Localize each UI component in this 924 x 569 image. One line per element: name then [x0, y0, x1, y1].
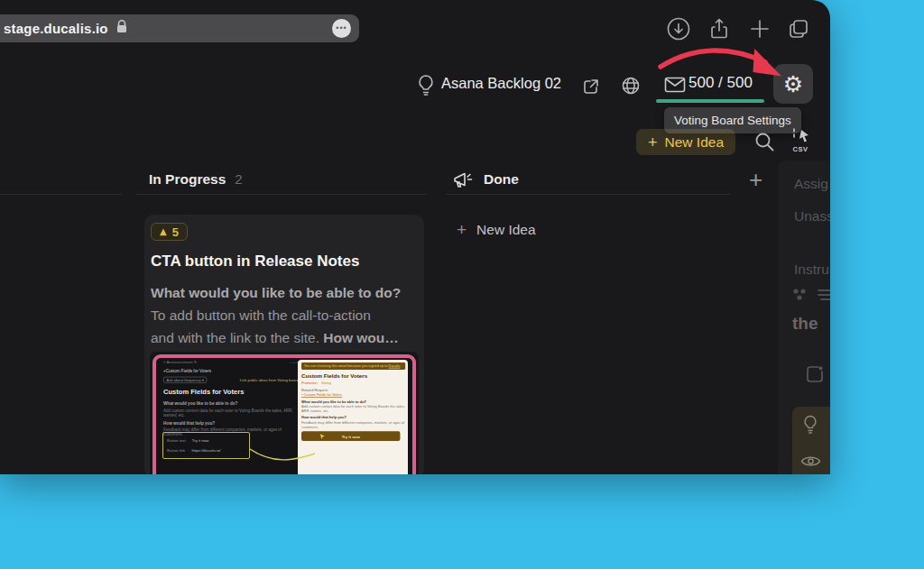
tooltip-label: Voting Board Settings	[674, 114, 791, 127]
card-body-line1: To add button with the call-to-action	[151, 304, 420, 326]
lightbulb-tool-icon[interactable]	[802, 415, 818, 439]
side-label-assignee: Assig	[794, 176, 828, 192]
vote-count: 5	[172, 226, 179, 238]
search-button[interactable]	[754, 132, 775, 156]
lock-icon	[116, 20, 127, 37]
csv-export-icon	[790, 127, 811, 143]
export-csv-button[interactable]: CSV	[787, 127, 814, 153]
upvote-triangle-icon: ▲	[160, 227, 167, 236]
add-column-button[interactable]: +	[749, 166, 762, 194]
in-progress-count: 2	[235, 171, 242, 187]
detail-side-panel: Assig Unass Instru the	[778, 161, 830, 474]
side-label-the: the	[792, 314, 818, 334]
card-question: What would you like to be able to do?	[151, 281, 420, 304]
in-progress-label: In Progress	[149, 171, 226, 187]
votes-progress-bar	[656, 99, 764, 103]
external-link-icon	[582, 78, 600, 96]
column-header-in-progress[interactable]: In Progress2	[149, 171, 243, 188]
screenshot-pink-frame: ≡ Announcement ↻ – □ × +Custom Fields fo…	[152, 354, 416, 474]
plus-icon: +	[648, 134, 658, 151]
filter-lines-icon	[818, 288, 830, 305]
globe-icon	[621, 76, 641, 96]
more-dots-icon: •••	[336, 24, 346, 32]
connector-line	[156, 358, 416, 474]
open-external-button[interactable]	[582, 78, 600, 99]
page-title: Asana Backlog 02	[441, 75, 561, 92]
language-button[interactable]	[621, 76, 641, 99]
idea-card[interactable]: ▲ 5 CTA button in Release Notes What wou…	[144, 215, 424, 474]
csv-label: CSV	[787, 145, 814, 153]
browser-window: stage.ducalis.io ••• Asana Backlog	[0, 0, 830, 474]
done-divider	[446, 194, 731, 195]
side-toolbar-highlight	[792, 407, 830, 474]
column-header-done[interactable]: Done	[484, 171, 519, 188]
eye-tool-icon[interactable]	[800, 454, 821, 472]
megaphone-icon	[452, 170, 474, 194]
idea-lightbulb-icon	[416, 74, 436, 101]
done-new-idea-button[interactable]: + New Idea	[457, 221, 536, 238]
new-idea-button[interactable]: + New Idea	[636, 129, 735, 155]
board-preview-icon[interactable]	[805, 364, 825, 388]
card-body: What would you like to be able to do? To…	[151, 281, 420, 349]
side-label-instructions: Instru	[794, 262, 829, 278]
side-label-unassigned: Unass	[794, 208, 830, 225]
more-options-button[interactable]: •••	[332, 19, 351, 38]
card-body-line2: and with the link to the site. How wou…	[151, 326, 420, 349]
integrations-dots-icon	[792, 288, 808, 305]
plus-icon: +	[457, 221, 467, 238]
card-title: CTA button in Release Notes	[151, 252, 359, 271]
done-new-idea-label: New Idea	[476, 222, 535, 238]
url-text: stage.ducalis.io	[4, 21, 108, 36]
done-label: Done	[484, 171, 519, 187]
red-arrow-annotation	[651, 38, 796, 88]
vote-badge[interactable]: ▲ 5	[151, 223, 188, 241]
plus-icon: +	[749, 166, 762, 193]
card-screenshot-attachment[interactable]: ≡ Announcement ↻ – □ × +Custom Fields fo…	[150, 352, 419, 474]
url-bar[interactable]: stage.ducalis.io •••	[0, 14, 359, 42]
in-progress-divider	[135, 194, 426, 195]
left-column-divider	[0, 194, 122, 195]
search-icon	[754, 132, 775, 152]
new-idea-label: New Idea	[665, 134, 724, 151]
